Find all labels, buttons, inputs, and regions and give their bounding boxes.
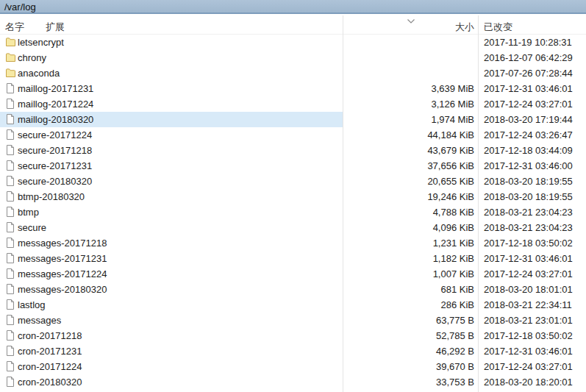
column-header-changed[interactable]: 已改变 (484, 21, 512, 34)
file-changed: 2017-12-18 03:44:09 (484, 143, 573, 158)
file-icon (5, 144, 15, 156)
file-changed: 2018-03-20 18:20:01 (484, 374, 573, 390)
file-row[interactable]: secure-20171224 44,184 KiB 2017-12-24 03… (0, 127, 586, 143)
file-icon (5, 98, 15, 110)
file-size: 4,096 KiB (343, 220, 474, 235)
file-name: maillog-20171224 (18, 96, 93, 112)
file-size: 286 KiB (343, 297, 474, 313)
file-name: maillog-20180320 (18, 112, 93, 127)
file-name: messages-20171231 (18, 251, 107, 266)
column-header-ext[interactable]: 扩展 (46, 21, 65, 34)
file-size: 4,788 KiB (343, 204, 474, 220)
column-header-row: 名字 扩展 大小 已改变 (0, 15, 586, 35)
file-row[interactable]: maillog-20171231 3,639 MiB 2017-12-31 03… (0, 81, 586, 96)
file-icon (5, 329, 15, 341)
file-row[interactable]: btmp 4,788 KiB 2018-03-21 23:04:23 (0, 204, 586, 220)
file-changed: 2018-03-21 23:04:23 (484, 204, 573, 220)
file-size: 63,775 B (343, 313, 474, 328)
file-size: 39,670 B (343, 359, 474, 374)
file-size: 20,655 KiB (343, 174, 474, 189)
file-size: 43,679 KiB (343, 143, 474, 158)
file-changed: 2018-03-20 18:19:55 (484, 189, 573, 204)
file-name: messages-20180320 (18, 282, 107, 297)
file-name: btmp-20180320 (18, 189, 85, 204)
file-name: secure-20180320 (18, 174, 92, 189)
file-icon (5, 345, 15, 357)
file-changed: 2017-12-24 03:27:01 (484, 266, 573, 282)
file-size: 1,231 KiB (343, 235, 474, 251)
file-changed: 2017-11-19 10:28:31 (484, 35, 572, 50)
file-row[interactable]: anaconda 2017-07-26 07:28:44 (0, 65, 586, 81)
file-size: 33,753 B (343, 374, 474, 390)
file-icon (5, 160, 15, 171)
file-row[interactable]: cron-20171218 52,785 B 2017-12-18 03:50:… (0, 328, 586, 343)
file-icon (5, 268, 15, 279)
file-row[interactable]: maillog-20171224 3,126 MiB 2017-12-24 03… (0, 96, 586, 112)
file-changed: 2017-12-31 03:46:01 (484, 343, 573, 359)
file-size: 1,974 MiB (343, 112, 474, 127)
file-name: secure-20171218 (18, 143, 92, 158)
file-changed: 2016-12-07 06:42:29 (484, 50, 573, 65)
file-row[interactable]: secure-20171231 37,656 KiB 2017-12-31 03… (0, 158, 586, 174)
file-icon (5, 314, 15, 326)
file-name: messages-20171218 (18, 235, 107, 251)
file-icon (5, 360, 15, 372)
file-row[interactable]: messages-20171231 1,182 KiB 2017-12-31 0… (0, 251, 586, 266)
file-name: cron-20180320 (18, 374, 82, 390)
file-changed: 2018-03-20 17:19:44 (484, 112, 573, 127)
file-icon (5, 221, 15, 233)
file-size: 1,007 KiB (343, 266, 474, 282)
file-icon (5, 283, 15, 295)
file-size: 1,182 KiB (343, 251, 474, 266)
file-row[interactable]: messages-20171218 1,231 KiB 2017-12-18 0… (0, 235, 586, 251)
file-size: 19,246 KiB (343, 189, 474, 204)
file-row[interactable]: cron-20171224 39,670 B 2017-12-24 03:27:… (0, 359, 586, 374)
file-changed: 2017-12-18 03:50:02 (484, 328, 573, 343)
file-list: letsencrypt 2017-11-19 10:28:31 chrony 2… (0, 35, 586, 392)
file-icon (5, 113, 15, 125)
file-name: maillog-20171231 (18, 81, 93, 96)
file-size: 46,292 B (343, 343, 474, 359)
file-row[interactable]: btmp-20180320 19,246 KiB 2018-03-20 18:1… (0, 189, 586, 204)
file-icon (5, 237, 15, 249)
file-row[interactable]: messages-20171224 1,007 KiB 2017-12-24 0… (0, 266, 586, 282)
file-row[interactable]: lastlog 286 KiB 2018-03-21 22:34:11 (0, 297, 586, 313)
path-bar[interactable]: /var/log (0, 0, 586, 14)
file-name: cron-20171224 (18, 359, 82, 374)
file-changed: 2018-03-20 18:01:01 (484, 282, 573, 297)
file-changed: 2017-12-31 03:46:00 (484, 158, 573, 174)
file-row[interactable]: letsencrypt 2017-11-19 10:28:31 (0, 35, 586, 50)
file-row[interactable]: cron-20180320 33,753 B 2018-03-20 18:20:… (0, 374, 586, 390)
file-changed: 2017-12-24 03:27:01 (484, 96, 573, 112)
file-row[interactable]: chrony 2016-12-07 06:42:29 (0, 50, 586, 65)
column-header-name[interactable]: 名字 (5, 21, 24, 34)
file-changed: 2018-03-20 18:19:55 (484, 174, 573, 189)
file-row[interactable]: messages-20180320 681 KiB 2018-03-20 18:… (0, 282, 586, 297)
file-size: 52,785 B (343, 328, 474, 343)
file-changed: 2018-03-21 22:34:11 (484, 297, 572, 313)
file-size: 37,656 KiB (343, 158, 474, 174)
file-row[interactable]: secure-20180320 20,655 KiB 2018-03-20 18… (0, 174, 586, 189)
file-name: secure-20171231 (18, 158, 92, 174)
file-row[interactable]: cron-20171231 46,292 B 2017-12-31 03:46:… (0, 343, 586, 359)
file-changed: 2017-12-18 03:50:02 (484, 235, 573, 251)
folder-icon (5, 67, 15, 79)
file-changed: 2017-12-24 03:27:01 (484, 359, 573, 374)
file-size: 681 KiB (343, 282, 474, 297)
file-icon (5, 252, 15, 264)
file-size: 3,126 MiB (343, 96, 474, 112)
file-changed: 2018-03-21 23:04:23 (484, 220, 573, 235)
file-icon (5, 82, 15, 94)
file-row[interactable]: secure-20171218 43,679 KiB 2017-12-18 03… (0, 143, 586, 158)
file-row[interactable]: secure 4,096 KiB 2018-03-21 23:04:23 (0, 220, 586, 235)
file-icon (5, 190, 15, 202)
file-changed: 2018-03-21 23:01:01 (484, 313, 573, 328)
column-header-size[interactable]: 大小 (343, 21, 474, 34)
folder-icon (5, 36, 15, 48)
file-icon (5, 175, 15, 187)
file-name: cron-20171218 (18, 328, 82, 343)
file-name: messages-20171224 (18, 266, 107, 282)
file-row[interactable]: maillog-20180320 1,974 MiB 2018-03-20 17… (0, 112, 586, 127)
file-row[interactable]: messages 63,775 B 2018-03-21 23:01:01 (0, 313, 586, 328)
file-icon (5, 129, 15, 140)
